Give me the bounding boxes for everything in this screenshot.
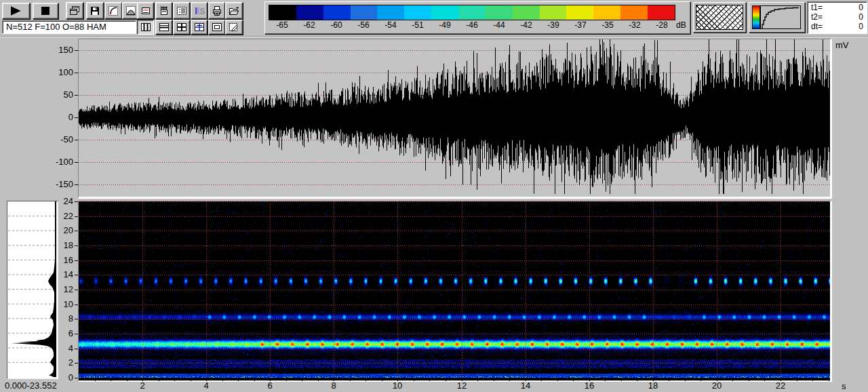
transfer-curve-graph [760,5,801,29]
spectrogram-tick-label-16: 16 [49,256,73,265]
fft-settings-text: N=512 F=100 O=88 HAM [6,22,106,32]
t2-label: t2= [811,12,823,22]
time-tick-mark [286,378,287,381]
colorbar-block--54 [377,5,404,20]
t2-value: 0 [859,12,863,22]
spectrogram-tick-label-22: 22 [49,212,73,221]
colorbar-strip[interactable] [269,5,675,20]
hatch-pattern-icon [696,5,743,30]
printer-icon [212,5,222,16]
spectrogram-plot[interactable] [79,201,830,378]
waveform-display-button[interactable] [137,2,154,19]
save-button[interactable] [86,2,104,19]
layout-vertical-panes-button[interactable] [137,20,154,35]
colorbar-tick-label: -46 [458,20,486,31]
time-tick-mark [797,378,797,381]
hatch-pattern-preview[interactable] [693,2,746,33]
play-button[interactable] [2,3,30,19]
time-tick-mark [382,378,382,381]
time-tick-mark [238,378,239,381]
waveform-tick-label-50: 50 [49,90,73,100]
waveform-plot[interactable] [79,39,830,194]
time-tick-label-14: 14 [515,381,536,391]
time-tick-mark [414,378,414,381]
dither-display-button[interactable] [173,2,190,19]
spectrogram-tick-label-14: 14 [49,270,73,279]
layout-horizontal-panes-button[interactable] [155,20,172,35]
time-tick-mark [573,378,574,381]
layout-single-button[interactable] [208,20,225,35]
time-tick-mark [732,378,733,381]
time-tick-mark [254,378,255,381]
edit-notes-button[interactable] [225,20,243,35]
layout-quad-blue-icon [194,22,205,32]
colorbar-block--44 [486,5,513,20]
colorbar-tick-label: -49 [431,20,458,31]
colorbar-tick-label: -56 [350,20,377,31]
colorbar-block--32 [620,5,648,20]
colorbar-tick-label: -28 [648,20,675,31]
time-tick-mark [494,378,494,381]
spectrogram-tick-label-8: 8 [49,314,73,324]
time-tick-mark [621,378,622,381]
stop-button[interactable] [33,3,58,19]
colorbar-block--51 [404,5,431,20]
colorbar-block--28 [648,5,675,20]
time-tick-mark [829,378,829,381]
spectrogram-tick-label-20: 20 [49,226,73,235]
colorbar-tick-label: -54 [377,20,404,31]
time-unit-label: s [842,381,846,391]
cursor-dt-row: dt= 0 [808,22,867,31]
waveform-tick-label-150: 150 [49,45,73,55]
time-tick-mark [429,378,430,381]
palette-curve-preview[interactable] [749,2,805,33]
cascade-windows-icon [69,5,80,16]
colorbar-tick-label: -35 [594,20,621,31]
waveform-tick-label--150: -150 [49,180,73,189]
time-tick-mark [302,378,302,381]
time-tick-label-10: 10 [387,381,408,391]
waveform-tick-label--50: -50 [49,135,73,144]
time-tick-mark [318,378,319,381]
fs-icon: S [194,5,205,16]
colorbar-block--62 [296,5,323,20]
open-file-button[interactable] [225,2,243,19]
spectrogram-tick-label-12: 12 [49,285,73,294]
cascade-windows-button[interactable] [66,2,83,19]
colorbar-tick-label: -62 [296,20,323,31]
time-tick-mark [669,378,669,381]
colorbar-block--56 [351,5,378,20]
colorbar-block--42 [513,5,540,20]
time-tick-mark [605,378,606,381]
waveform-tick-label--100: -100 [49,157,73,167]
time-tick-label-18: 18 [643,381,663,391]
cursor-info-panel: t1= 0 t2= 0 dt= 0 [807,1,867,34]
waveform-unit-label: mV [835,40,849,50]
ruler-display-icon [159,5,170,16]
time-tick-label-12: 12 [452,381,472,391]
colorbar-block--49 [431,5,458,20]
scale-display-button[interactable] [155,2,172,19]
colorbar-tick-label: -51 [404,20,431,31]
transfer-curve-button[interactable] [104,2,122,19]
stop-icon [41,6,50,16]
layout-quad-cursor-button[interactable] [191,20,208,35]
time-tick-label-8: 8 [323,381,344,391]
spectrogram-tick-label-0: 0 [49,373,73,383]
spectrogram-tick-label-10: 10 [49,300,73,309]
floppy-disk-icon [90,5,100,16]
spectrogram-tick-label-4: 4 [49,344,73,353]
print-button[interactable] [208,2,225,19]
layout-quad-button[interactable] [173,20,190,35]
toolbar-divider-highlight [0,37,868,37]
dt-label: dt= [811,22,823,31]
palette-curve-icon [751,5,802,30]
colorbar-tick-label: -39 [540,20,567,31]
fs-button[interactable]: S [191,2,208,19]
colorbar-block--35 [593,5,620,20]
colorbar-tick-label: -60 [323,20,350,31]
time-tick-mark [749,378,749,381]
fft-settings-status: N=512 F=100 O=88 HAM [2,20,136,34]
time-tick-mark [366,378,366,381]
time-tick-mark [557,378,558,381]
